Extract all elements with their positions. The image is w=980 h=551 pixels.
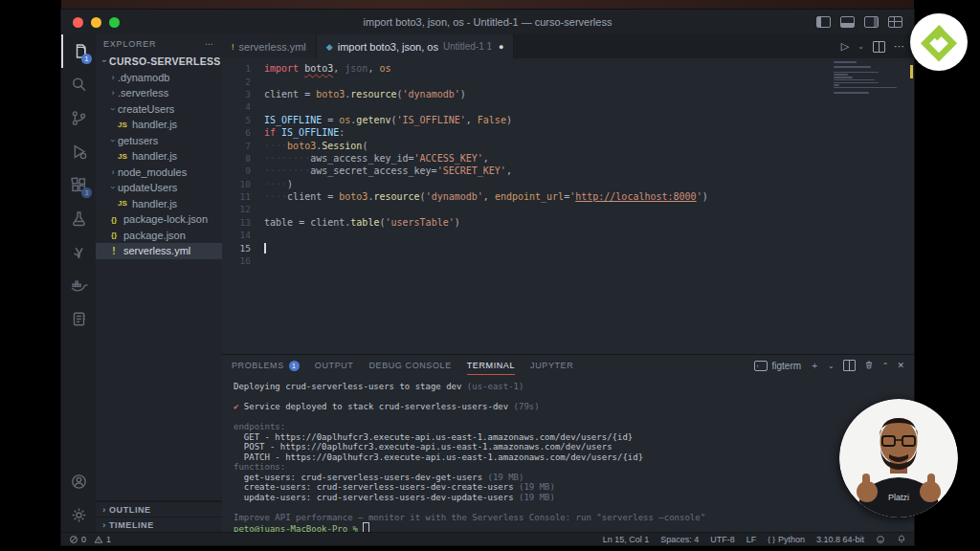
panel-tab-jupyter[interactable]: JUPYTER — [530, 355, 573, 376]
tree-item-label: CURSO-SERVERLESS — [109, 55, 221, 67]
toggle-primary-sidebar-icon[interactable] — [816, 16, 831, 28]
shell-selector[interactable]: › figterm — [754, 361, 801, 371]
tree-item-handler-js[interactable]: JShandler.js — [96, 196, 222, 212]
tree-item-label: createUsers — [118, 103, 174, 115]
split-editor-icon[interactable] — [873, 41, 885, 53]
tree-item-updateusers[interactable]: ›updateUsers — [96, 180, 222, 196]
panel-tab-terminal[interactable]: TERMINAL — [467, 355, 515, 376]
code-editor[interactable]: 1import boto3, json, os23client = boto3.… — [222, 58, 914, 354]
platzi-logo-icon — [919, 22, 959, 62]
terminal-line: Deploying crud-serverless-users to stage… — [234, 382, 914, 392]
tab-label: import boto3, json, os — [338, 41, 438, 53]
bell-icon[interactable] — [897, 534, 906, 544]
status-item-ln-15-col-1[interactable]: Ln 15, Col 1 — [603, 535, 650, 544]
panel-tab-output[interactable]: OUTPUT — [315, 355, 354, 376]
terminal-output[interactable]: Deploying crud-serverless-users to stage… — [222, 376, 914, 532]
status-item-lf[interactable]: LF — [746, 535, 757, 544]
line-number: 10 — [222, 179, 251, 189]
minimize-window-button[interactable] — [91, 17, 101, 28]
activity-item-settings[interactable] — [61, 498, 96, 532]
sidebar-bottom-sections: ›OUTLINE›TIMELINE — [96, 500, 222, 532]
activity-item-source-control[interactable] — [61, 101, 96, 135]
activity-item-extension-claw[interactable] — [61, 235, 96, 269]
zoom-window-button[interactable] — [109, 17, 120, 28]
panel-tab-problems[interactable]: PROBLEMS1 — [232, 355, 300, 376]
maximize-panel-icon[interactable]: ⌃ — [882, 362, 889, 370]
problems-status[interactable]: 0 1 — [69, 535, 111, 544]
chevron-right-icon: › — [108, 167, 118, 177]
code-text: ········aws_secret_access_key='SECRET_KE… — [264, 165, 512, 176]
panel-tab-debug-console[interactable]: DEBUG CONSOLE — [368, 355, 451, 376]
text-cursor — [264, 243, 266, 253]
customize-layout-icon[interactable] — [888, 16, 902, 28]
flask-icon — [70, 209, 88, 228]
code-line-2: 2 — [222, 75, 828, 87]
code-text — [264, 242, 266, 253]
activity-item-run-debug[interactable] — [61, 135, 96, 168]
tabs: !serverless.yml◆import boto3, json, osUn… — [222, 34, 514, 58]
section-outline[interactable]: ›OUTLINE — [96, 501, 222, 517]
warning-marker — [910, 65, 913, 78]
activity-item-notebook[interactable] — [61, 302, 96, 336]
status-item-spaces-4[interactable]: Spaces: 4 — [660, 535, 699, 544]
activity-item-extensions[interactable]: 3 — [61, 168, 96, 202]
terminal-line: update-users: crud-serverless-users-dev-… — [234, 493, 914, 503]
tree-item-handler-js[interactable]: JShandler.js — [96, 117, 222, 133]
run-dropdown-icon[interactable]: ⌄ — [858, 42, 864, 51]
close-panel-icon[interactable]: ✕ — [897, 361, 904, 370]
status-item-python[interactable]: { }Python — [768, 535, 805, 544]
new-terminal-icon[interactable]: ＋ — [810, 359, 819, 372]
code-line-14: 14 — [222, 229, 828, 241]
toggle-secondary-sidebar-icon[interactable] — [864, 16, 879, 28]
split-terminal-icon[interactable] — [843, 360, 856, 371]
tree-item-label: node_modules — [118, 166, 187, 178]
activity-item-search[interactable] — [61, 68, 96, 101]
tree-root-curso-serverless[interactable]: ›CURSO-SERVERLESS — [96, 54, 222, 70]
minimap[interactable] — [834, 61, 901, 102]
tree-item-getusers[interactable]: ›getusers — [96, 133, 222, 149]
tree-item-serverless-yml[interactable]: !serverless.yml — [96, 243, 222, 259]
line-number: 2 — [222, 77, 251, 87]
tab-serverless-yml[interactable]: !serverless.yml — [222, 34, 317, 58]
terminal-line: ✔ Service deployed to stack crud-serverl… — [234, 402, 914, 412]
toggle-panel-icon[interactable] — [840, 16, 855, 28]
tree-item-package-json[interactable]: {}package.json — [96, 228, 222, 244]
activity-item-account[interactable] — [61, 465, 96, 498]
line-number: 13 — [222, 217, 251, 228]
run-python-file-icon[interactable]: ▷ — [841, 40, 849, 53]
line-number: 5 — [222, 115, 251, 125]
shell-name: figterm — [771, 361, 801, 371]
terminal-dropdown-icon[interactable]: ⌄ — [828, 362, 835, 370]
tree-item-label: package.json — [123, 230, 186, 241]
bottom-panel: PROBLEMS1OUTPUTDEBUG CONSOLETERMINALJUPY… — [222, 354, 914, 532]
tree-item-node-modules[interactable]: ›node_modules — [96, 165, 222, 181]
panel-tab-label: PROBLEMS — [232, 361, 284, 370]
kill-terminal-icon[interactable] — [864, 360, 874, 372]
tree-item-createusers[interactable]: ›createUsers — [96, 101, 222, 118]
overview-ruler[interactable] — [909, 58, 914, 354]
status-item-utf-8[interactable]: UTF-8 — [710, 535, 735, 544]
terminal-icon: › — [754, 361, 768, 371]
line-number: 7 — [222, 141, 251, 151]
line-number: 8 — [222, 153, 251, 164]
activity-item-docker[interactable] — [61, 269, 96, 302]
explorer-more-actions-icon[interactable]: ⋯ — [205, 39, 214, 49]
status-item-3-10-8-64-bit[interactable]: 3.10.8 64-bit — [816, 535, 864, 544]
activity-item-explorer[interactable]: 1 — [61, 34, 96, 68]
dirty-indicator-icon[interactable]: ● — [499, 42, 503, 52]
claw-icon — [70, 243, 88, 261]
code-line-12: 12 — [222, 203, 828, 215]
feedback-icon[interactable] — [876, 535, 885, 544]
tree-item-handler-js[interactable]: JShandler.js — [96, 148, 222, 165]
activity-item-testing[interactable] — [61, 202, 96, 235]
tree-item-package-lock-json[interactable]: {}package-lock.json — [96, 211, 222, 228]
tree-item--dynamodb[interactable]: ›.dynamodb — [96, 70, 222, 86]
close-window-button[interactable] — [73, 17, 83, 28]
tree-item--serverless[interactable]: ›.serverless — [96, 85, 222, 101]
code-line-7: 7····boto3.Session( — [222, 139, 828, 151]
code-line-6: 6if IS_OFFLINE: — [222, 126, 828, 139]
more-editor-actions-icon[interactable]: ⋯ — [894, 40, 904, 53]
tab-import-boto3-json-os[interactable]: ◆import boto3, json, osUntitled-1 1● — [317, 34, 515, 58]
section-timeline[interactable]: ›TIMELINE — [96, 517, 222, 532]
chevron-right-icon: › — [100, 505, 109, 515]
